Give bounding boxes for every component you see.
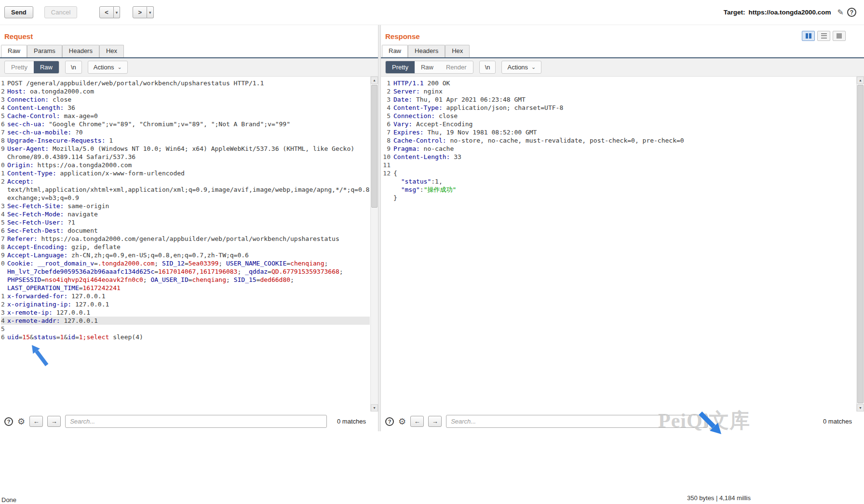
response-actions-button[interactable]: Actions ⌄: [501, 61, 541, 74]
history-forward-group: > ▾: [133, 6, 153, 18]
request-response-split: Request Raw Params Headers Hex Pretty Ra…: [0, 25, 864, 431]
single-pane-icon: [837, 33, 842, 39]
response-stats: 350 bytes | 4,184 millis: [687, 494, 751, 502]
request-view-raw-button[interactable]: Raw: [34, 61, 59, 73]
request-panel-title: Request: [0, 25, 378, 45]
chevron-down-icon: ⌄: [531, 64, 536, 70]
response-view-pretty-button[interactable]: Pretty: [386, 61, 415, 73]
response-search-settings-icon[interactable]: ⚙: [398, 416, 406, 427]
request-tab-headers[interactable]: Headers: [62, 45, 99, 57]
response-panel-title: Response: [381, 25, 864, 45]
response-search-help-icon[interactable]: ?: [385, 417, 394, 426]
edit-target-icon[interactable]: ✎: [837, 8, 844, 17]
request-tab-hex[interactable]: Hex: [99, 45, 124, 57]
response-tab-headers[interactable]: Headers: [408, 45, 445, 57]
back-button[interactable]: <: [99, 6, 114, 18]
request-view-toolbar: Pretty Raw \n Actions ⌄: [0, 58, 378, 77]
request-actions-button[interactable]: Actions ⌄: [88, 61, 128, 74]
response-view-raw-button[interactable]: Raw: [415, 61, 440, 73]
layout-stacked-button[interactable]: [817, 31, 830, 41]
request-view-switcher: Pretty Raw: [4, 61, 59, 74]
response-editor[interactable]: 1HTTP/1.1 200 OK2Server: nginx3Date: Thu…: [382, 79, 856, 411]
scroll-down-icon[interactable]: ▼: [371, 404, 378, 411]
back-dropdown-button[interactable]: ▾: [114, 6, 121, 18]
cancel-button[interactable]: Cancel: [44, 6, 77, 18]
chevron-down-icon: ⌄: [117, 64, 122, 70]
response-search-bar: ? ⚙ ← → 0 matches: [381, 411, 864, 431]
response-view-render-button[interactable]: Render: [440, 61, 473, 73]
request-panel: Request Raw Params Headers Hex Pretty Ra…: [0, 25, 378, 431]
request-view-pretty-button[interactable]: Pretty: [5, 61, 34, 73]
response-editor-area: 1HTTP/1.1 200 OK2Server: nginx3Date: Thu…: [381, 77, 864, 411]
response-tabs: Raw Headers Hex: [381, 45, 864, 58]
layout-single-button[interactable]: [833, 31, 846, 41]
response-tab-raw[interactable]: Raw: [382, 45, 408, 57]
request-search-prev-button[interactable]: ←: [29, 416, 43, 427]
target-label: Target:: [724, 9, 745, 16]
request-search-next-button[interactable]: →: [47, 416, 61, 427]
request-editor-area: 1POST /general/appbuilder/web/portal/wor…: [0, 77, 378, 411]
response-search-prev-button[interactable]: ←: [410, 416, 424, 427]
columns-icon: [809, 33, 811, 39]
request-newline-toggle-button[interactable]: \n: [65, 61, 82, 74]
rows-icon: [821, 33, 827, 39]
request-search-bar: ? ⚙ ← → 0 matches: [0, 411, 378, 431]
request-actions-label: Actions: [94, 64, 114, 71]
help-icon[interactable]: ?: [847, 8, 856, 17]
request-match-count: 0 matches: [337, 418, 366, 425]
request-search-help-icon[interactable]: ?: [4, 417, 13, 426]
request-editor[interactable]: 1POST /general/appbuilder/web/portal/wor…: [1, 79, 370, 411]
response-match-count: 0 matches: [823, 418, 852, 425]
scroll-up-icon[interactable]: ▲: [857, 77, 864, 84]
target-url: https://oa.tongda2000.com: [749, 9, 831, 16]
target-bar: Target: https://oa.tongda2000.com ✎ ?: [724, 8, 856, 17]
status-text: Done: [1, 496, 16, 504]
response-search-next-button[interactable]: →: [428, 416, 442, 427]
scroll-up-icon[interactable]: ▲: [371, 77, 378, 84]
request-scroll-thumb[interactable]: [371, 85, 378, 208]
scroll-down-icon[interactable]: ▼: [857, 404, 864, 411]
request-scrollbar[interactable]: ▲ ▼: [370, 77, 378, 411]
layout-toggle-group: [802, 31, 846, 41]
response-panel: Response Raw Headers Hex Pretty Raw Rend…: [381, 25, 864, 431]
request-tab-params[interactable]: Params: [27, 45, 62, 57]
toolbar: Send Cancel < ▾ > ▾ Target: https://oa.t…: [0, 0, 864, 25]
request-tab-raw[interactable]: Raw: [1, 45, 27, 57]
response-newline-toggle-button[interactable]: \n: [479, 61, 496, 74]
request-search-input[interactable]: [65, 415, 327, 428]
request-search-settings-icon[interactable]: ⚙: [17, 416, 25, 427]
response-actions-label: Actions: [507, 64, 528, 71]
burp-repeater-window: Send Cancel < ▾ > ▾ Target: https://oa.t…: [0, 0, 864, 504]
response-scrollbar[interactable]: ▲ ▼: [856, 77, 864, 411]
history-back-group: < ▾: [99, 6, 120, 18]
request-tabs: Raw Params Headers Hex: [0, 45, 378, 58]
response-search-input[interactable]: [446, 415, 708, 428]
response-tab-hex[interactable]: Hex: [445, 45, 470, 57]
forward-button[interactable]: >: [133, 6, 147, 18]
response-view-switcher: Pretty Raw Render: [385, 61, 473, 74]
layout-side-by-side-button[interactable]: [802, 31, 815, 41]
forward-dropdown-button[interactable]: ▾: [147, 6, 154, 18]
columns-icon: [806, 33, 808, 39]
response-view-toolbar: Pretty Raw Render \n Actions ⌄: [381, 58, 864, 77]
send-button[interactable]: Send: [4, 6, 33, 18]
response-scroll-thumb[interactable]: [857, 85, 864, 403]
